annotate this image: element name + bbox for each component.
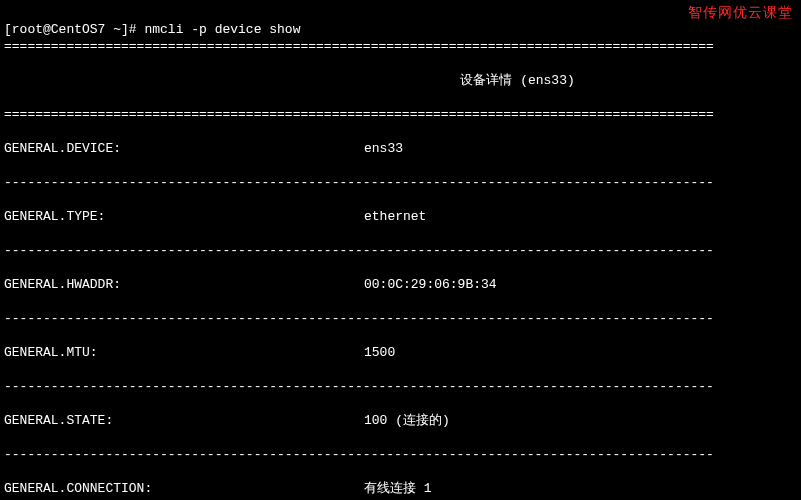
kv-value: 00:0C:29:06:9B:34	[364, 276, 797, 293]
kv-key: GENERAL.DEVICE:	[4, 140, 364, 157]
separator-dash: ----------------------------------------…	[4, 378, 797, 395]
separator-double: ========================================…	[4, 38, 797, 55]
separator-dash: ----------------------------------------…	[4, 174, 797, 191]
separator-dash: ----------------------------------------…	[4, 310, 797, 327]
device-title-row: 设备详情 (ens33)	[4, 72, 797, 89]
terminal-output: [root@CentOS7 ~]# nmcli -p device show =…	[0, 0, 801, 500]
kv-row: GENERAL.TYPE:ethernet	[4, 208, 797, 225]
kv-key: GENERAL.MTU:	[4, 344, 364, 361]
kv-row: GENERAL.STATE:100 (连接的)	[4, 412, 797, 429]
watermark-text: 智传网优云课堂	[688, 4, 793, 21]
shell-prompt: [root@CentOS7 ~]#	[4, 22, 144, 37]
device-title-label: 设备详情	[460, 73, 512, 88]
kv-row: GENERAL.HWADDR:00:0C:29:06:9B:34	[4, 276, 797, 293]
shell-command: nmcli -p device show	[144, 22, 300, 37]
separator-dash: ----------------------------------------…	[4, 446, 797, 463]
kv-key: GENERAL.TYPE:	[4, 208, 364, 225]
kv-key: GENERAL.STATE:	[4, 412, 364, 429]
separator-double: ========================================…	[4, 106, 797, 123]
kv-value: 有线连接 1	[364, 480, 797, 497]
kv-key: GENERAL.HWADDR:	[4, 276, 364, 293]
separator-dash: ----------------------------------------…	[4, 242, 797, 259]
kv-row: GENERAL.DEVICE:ens33	[4, 140, 797, 157]
kv-row: GENERAL.MTU:1500	[4, 344, 797, 361]
device-title-name: (ens33)	[520, 73, 575, 88]
kv-value: ethernet	[364, 208, 797, 225]
kv-row: GENERAL.CONNECTION:有线连接 1	[4, 480, 797, 497]
kv-value: 100 (连接的)	[364, 412, 797, 429]
kv-value: ens33	[364, 140, 797, 157]
kv-key: GENERAL.CONNECTION:	[4, 480, 364, 497]
kv-value: 1500	[364, 344, 797, 361]
